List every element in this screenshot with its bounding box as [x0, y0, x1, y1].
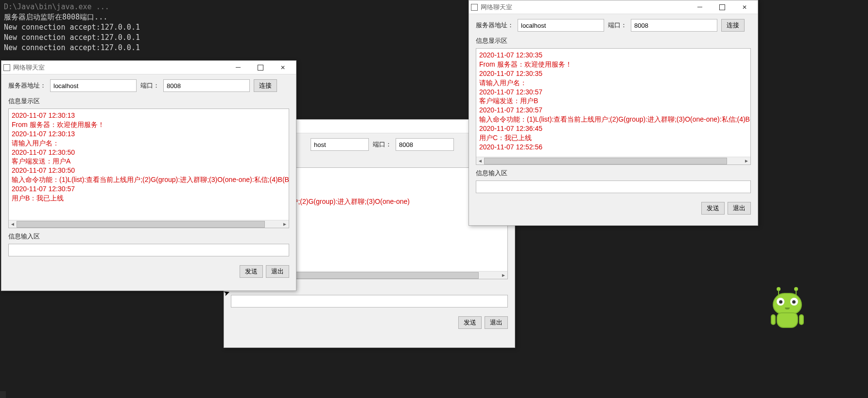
server-address-input[interactable]: [518, 19, 604, 32]
message-line: 2020-11-07 12:30:35: [479, 69, 747, 78]
message-line: 请输入用户名：: [479, 78, 747, 88]
window-title: 网络聊天室: [13, 63, 227, 72]
message-line: 用户B：我已上线: [12, 194, 286, 203]
scroll-right-icon[interactable]: ►: [500, 271, 507, 279]
message-line: 2020-11-07 12:30:57: [479, 106, 747, 115]
message-line: From 服务器：欢迎使用服务！: [12, 120, 286, 129]
connect-button[interactable]: 连接: [721, 19, 745, 32]
chat-window-b: 网络聊天室 服务器地址： 端口： 连接 信息显示区 2020-11-07 12:…: [469, 0, 758, 226]
scroll-right-icon[interactable]: ►: [743, 157, 750, 165]
maximize-button[interactable]: [249, 61, 272, 74]
taskbar-fragment: [0, 391, 6, 398]
scroll-left-icon[interactable]: ◄: [476, 157, 484, 165]
message-display-area[interactable]: 2020-11-07 12:30:13 From 服务器：欢迎使用服务！ 202…: [8, 109, 289, 228]
message-line: From 服务器：欢迎使用服务！: [479, 60, 747, 69]
titlebar[interactable]: 网络聊天室: [1, 61, 296, 74]
server-address-input[interactable]: [50, 79, 137, 92]
send-button[interactable]: 发送: [701, 202, 725, 215]
minimize-button[interactable]: [227, 61, 249, 74]
message-line: 输入命令功能：(1)L(list):查看当前上线用户;(2)G(group):进…: [12, 175, 286, 184]
port-input[interactable]: [396, 138, 454, 151]
send-button[interactable]: 发送: [458, 316, 482, 329]
server-address-label: 服务器地址：: [8, 81, 46, 90]
message-display-area[interactable]: 2020-11-07 12:30:35 From 服务器：欢迎使用服务！ 202…: [476, 48, 751, 165]
message-line: 2020-11-07 12:30:57: [479, 88, 747, 97]
display-area-label: 信息显示区: [476, 36, 751, 45]
message-input[interactable]: [231, 295, 508, 308]
horizontal-scrollbar[interactable]: ◄ ►: [476, 157, 750, 164]
message-line: 2020-11-07 12:30:57: [12, 184, 286, 194]
message-line: 请输入用户名：: [12, 139, 286, 148]
display-area-label: 信息显示区: [8, 97, 289, 106]
server-address-label: 服务器地址：: [476, 21, 514, 30]
message-line: 2020-11-07 12:30:13: [12, 111, 286, 120]
message-line: 客户端发送：用户B: [479, 96, 747, 106]
message-line: 2020-11-07 12:30:35: [479, 51, 747, 60]
message-line: 2020-11-07 12:30:13: [12, 129, 286, 139]
close-button[interactable]: [733, 0, 756, 14]
message-line: 2020-11-07 12:36:45: [479, 124, 747, 133]
maximize-button[interactable]: [711, 0, 733, 14]
exit-button[interactable]: 退出: [728, 202, 751, 215]
app-icon: [3, 64, 10, 71]
window-title: 网络聊天室: [481, 3, 689, 12]
message-line: 输入命令功能：(1)L(list):查看当前上线用户;(2)G(group):进…: [479, 115, 747, 124]
send-button[interactable]: 发送: [240, 265, 263, 278]
titlebar[interactable]: 网络聊天室: [469, 0, 758, 14]
message-input[interactable]: [476, 181, 751, 193]
port-label: 端口：: [140, 81, 159, 90]
app-icon: [471, 4, 478, 11]
exit-button[interactable]: 退出: [485, 316, 508, 329]
scroll-right-icon[interactable]: ►: [281, 220, 289, 228]
message-line: 客户端发送：用户A: [12, 157, 286, 166]
server-address-input[interactable]: [311, 138, 369, 151]
port-input[interactable]: [631, 19, 717, 32]
input-area-label: 信息输入区: [8, 232, 289, 241]
robot-mascot-icon: [770, 286, 805, 330]
port-input[interactable]: [163, 79, 250, 92]
message-line: 用户C：我已上线: [479, 133, 747, 143]
minimize-button[interactable]: [689, 0, 711, 14]
chat-window-a: 网络聊天室 服务器地址： 端口： 连接 信息显示区 2020-11-07 12:…: [1, 60, 296, 291]
message-line: 2020-11-07 12:30:50: [12, 166, 286, 175]
message-line: 2020-11-07 12:52:56: [479, 143, 747, 152]
exit-button[interactable]: 退出: [266, 265, 289, 278]
connect-button[interactable]: 连接: [254, 79, 277, 92]
horizontal-scrollbar[interactable]: ◄ ►: [9, 220, 289, 228]
port-label: 端口：: [373, 140, 392, 149]
close-button[interactable]: [272, 61, 294, 74]
scroll-left-icon[interactable]: ◄: [9, 220, 17, 228]
message-line: 2020-11-07 12:30:50: [12, 148, 286, 157]
message-input[interactable]: [8, 244, 289, 256]
port-label: 端口：: [608, 21, 627, 30]
input-area-label: 信息输入区: [476, 169, 751, 178]
